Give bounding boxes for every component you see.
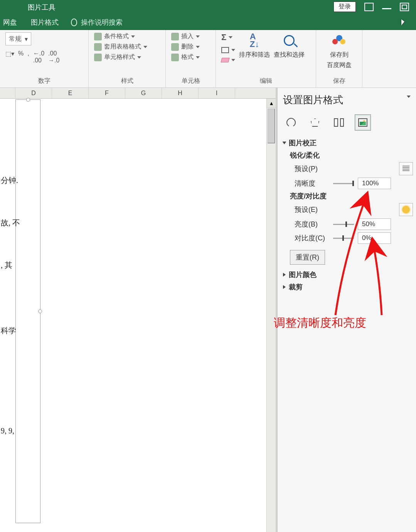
group-label-cells: 单元格 xyxy=(171,76,210,87)
find-select-button[interactable]: 查找和选择 xyxy=(274,32,305,59)
fill-line-icon xyxy=(285,116,298,129)
embedded-picture[interactable] xyxy=(15,99,40,523)
label-contrast: 对比度(C) xyxy=(295,233,329,243)
ribbon: 常规 ▾ ⬚▾ % , ←.0.00 .00→.0 数字 条件格式 套用表格格式… xyxy=(0,30,416,88)
content-area: D E F G H I 分钟. 故, 不 , 其 科学 9, 9, ▴ 设置图片… xyxy=(0,88,416,532)
slider-sharpness[interactable] xyxy=(333,180,354,187)
resize-handle-icon[interactable] xyxy=(26,98,30,102)
login-button[interactable]: 登录 xyxy=(333,2,356,12)
col-header-d[interactable]: D xyxy=(15,88,52,98)
format-picture-pane: 设置图片格式 图片校正 锐化/柔化 预设(P) 清晰度 100% 亮度/对比度 xyxy=(277,88,416,532)
decrease-decimal-button[interactable]: .00→.0 xyxy=(48,50,59,64)
input-contrast[interactable]: 0% xyxy=(358,232,391,244)
percent-button[interactable]: % xyxy=(18,50,24,64)
group-label-save: 保存 xyxy=(322,76,357,87)
delete-cells-button[interactable]: 删除 xyxy=(171,43,210,51)
doc-text-fragment: 故, 不 xyxy=(1,219,20,227)
pane-tab-fill[interactable] xyxy=(283,114,299,131)
pane-tab-picture[interactable] xyxy=(355,114,371,131)
preset-sharpen-button[interactable] xyxy=(399,162,413,175)
title-bar: 图片工具 登录 xyxy=(0,0,416,15)
subhead-brightness-contrast: 亮度/对比度 xyxy=(290,191,413,201)
group-label-number: 数字 xyxy=(5,76,83,87)
tell-me-label: 操作说明搜索 xyxy=(81,18,123,27)
scroll-up-icon[interactable]: ▴ xyxy=(267,99,276,108)
col-header-g[interactable]: G xyxy=(125,88,162,98)
ribbon-tabs: 网盘 图片格式 操作说明搜索 xyxy=(0,15,416,30)
label-preset-e: 预设(E) xyxy=(295,205,329,214)
resize-handle-icon[interactable] xyxy=(38,309,42,313)
sun-icon xyxy=(402,206,410,213)
tab-cloud[interactable]: 网盘 xyxy=(2,15,19,29)
doc-text-fragment: 9, 9, xyxy=(1,427,14,435)
magnifier-icon xyxy=(284,35,295,46)
preset-grid-icon xyxy=(403,166,409,172)
col-header-h[interactable]: H xyxy=(162,88,199,98)
format-cells-button[interactable]: 格式 xyxy=(171,53,210,61)
subhead-sharpen-soften: 锐化/柔化 xyxy=(290,151,413,160)
tell-me-search[interactable]: 操作说明搜索 xyxy=(71,18,123,27)
fill-button[interactable] xyxy=(221,47,235,53)
insert-cells-button[interactable]: 插入 xyxy=(171,32,210,40)
ribbon-display-icon[interactable] xyxy=(364,3,374,11)
doc-text-fragment: 科学 xyxy=(1,327,16,334)
group-save: 保存到 百度网盘 保存 xyxy=(316,30,362,87)
caret-icon xyxy=(283,273,286,277)
label-preset-p: 预设(P) xyxy=(295,164,329,173)
pane-tab-effects[interactable] xyxy=(307,114,323,131)
sort-filter-button[interactable]: AZ↓ 排序和筛选 xyxy=(239,32,270,59)
clear-button[interactable] xyxy=(221,58,235,62)
increase-decimal-button[interactable]: ←.0.00 xyxy=(33,50,44,64)
size-properties-icon xyxy=(334,118,344,127)
conditional-formatting-button[interactable]: 条件格式 xyxy=(94,32,160,40)
input-sharpness[interactable]: 100% xyxy=(358,178,391,189)
picture-icon xyxy=(358,118,367,127)
minimize-icon[interactable] xyxy=(382,5,391,9)
lightbulb-icon xyxy=(71,18,77,26)
worksheet[interactable]: D E F G H I 分钟. 故, 不 , 其 科学 9, 9, ▴ xyxy=(0,88,277,532)
col-header-blank[interactable] xyxy=(0,88,15,98)
group-label-editing: 编辑 xyxy=(221,76,310,87)
label-brightness: 亮度(B) xyxy=(295,220,329,229)
comma-style-button[interactable]: , xyxy=(27,50,29,64)
maximize-icon[interactable] xyxy=(400,3,409,11)
column-headers[interactable]: D E F G H I xyxy=(0,88,276,99)
input-brightness[interactable]: 50% xyxy=(358,218,391,230)
section-picture-color[interactable]: 图片颜色 xyxy=(283,270,413,279)
cursor-icon xyxy=(400,18,409,28)
col-header-e[interactable]: E xyxy=(52,88,89,98)
pane-tabs xyxy=(283,114,413,131)
autosum-button[interactable]: Σ xyxy=(221,32,235,42)
doc-text-fragment: 分钟. xyxy=(1,176,18,184)
reset-button[interactable]: 重置(R) xyxy=(290,250,325,265)
baidu-cloud-icon xyxy=(332,35,346,46)
pane-options-icon[interactable] xyxy=(407,96,411,98)
save-to-cloud-button[interactable]: 保存到 百度网盘 xyxy=(322,32,357,69)
pane-tab-size[interactable] xyxy=(331,114,347,131)
tab-picture-format[interactable]: 图片格式 xyxy=(29,15,60,29)
contextual-tool-label: 图片工具 xyxy=(28,3,56,12)
number-format-combo[interactable]: 常规 ▾ xyxy=(5,32,31,45)
section-crop[interactable]: 裁剪 xyxy=(283,282,413,292)
caret-icon xyxy=(283,285,286,289)
group-number: 常规 ▾ ⬚▾ % , ←.0.00 .00→.0 数字 xyxy=(0,30,89,87)
label-sharpness: 清晰度 xyxy=(295,179,329,188)
format-as-table-button[interactable]: 套用表格格式 xyxy=(94,43,160,51)
preset-brightness-button[interactable] xyxy=(399,203,413,216)
group-styles: 条件格式 套用表格格式 单元格样式 样式 xyxy=(89,30,166,87)
doc-text-fragment: , 其 xyxy=(1,261,12,269)
group-editing: Σ AZ↓ 排序和筛选 查找和选择 编辑 xyxy=(216,30,316,87)
cell-styles-button[interactable]: 单元格样式 xyxy=(94,53,160,61)
group-label-styles: 样式 xyxy=(94,76,160,87)
chevron-down-icon: ▾ xyxy=(21,35,28,43)
accounting-format-button[interactable]: ⬚▾ xyxy=(5,50,14,64)
col-header-i[interactable]: I xyxy=(199,88,235,98)
scrollbar-thumb[interactable] xyxy=(268,109,275,143)
slider-brightness[interactable] xyxy=(333,221,354,228)
group-cells: 插入 删除 格式 单元格 xyxy=(166,30,216,87)
col-header-f[interactable]: F xyxy=(89,88,125,98)
section-picture-corrections[interactable]: 图片校正 xyxy=(283,138,413,148)
effects-icon xyxy=(311,118,319,127)
pane-title: 设置图片格式 xyxy=(283,93,413,107)
slider-contrast[interactable] xyxy=(333,235,354,242)
